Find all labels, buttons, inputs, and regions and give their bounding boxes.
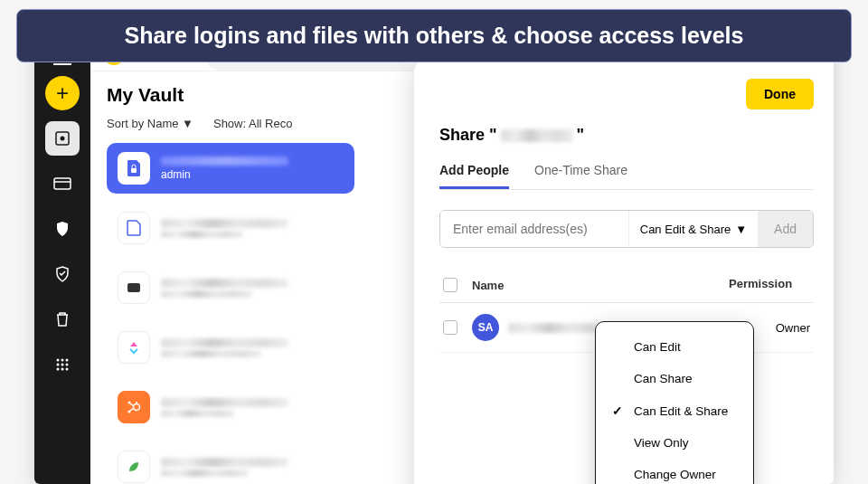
permissions-column-header: Permissions xyxy=(729,277,810,293)
record-item[interactable] xyxy=(107,322,354,373)
record-title-redacted xyxy=(161,458,288,467)
nav-vault[interactable] xyxy=(45,121,80,156)
sidebar: + xyxy=(34,38,90,484)
row-avatar: SA xyxy=(472,314,499,341)
record-subtitle: admin xyxy=(161,168,344,181)
vault-controls: Sort by Name ▼ Show: All Reco xyxy=(107,117,354,130)
share-panel: Done Share " " Add People One-Time Share… xyxy=(414,59,834,484)
add-people-row: Can Edit & Share ▼ Add xyxy=(439,210,814,248)
record-item[interactable] xyxy=(107,382,354,432)
svg-point-4 xyxy=(57,359,60,362)
svg-point-12 xyxy=(66,368,69,371)
svg-point-6 xyxy=(66,359,69,362)
svg-point-7 xyxy=(57,364,60,366)
record-subtitle-redacted xyxy=(161,470,249,477)
record-title-redacted xyxy=(161,219,288,228)
permission-dropdown: Can Edit Can Share ✓Can Edit & Share Vie… xyxy=(595,321,754,484)
svg-point-8 xyxy=(61,364,64,366)
record-item[interactable] xyxy=(107,262,354,313)
record-subtitle-redacted xyxy=(161,231,243,238)
tab-add-people[interactable]: Add People xyxy=(439,163,509,189)
svg-point-5 xyxy=(61,359,64,362)
record-title-redacted xyxy=(161,279,288,288)
svg-point-10 xyxy=(57,368,60,371)
record-subtitle-redacted xyxy=(161,290,252,298)
record-subtitle-redacted xyxy=(161,350,261,357)
add-button[interactable]: + xyxy=(45,76,80,110)
app-icon xyxy=(118,271,150,304)
file-lock-icon xyxy=(118,212,150,244)
share-tabs: Add People One-Time Share xyxy=(439,163,814,190)
permission-select[interactable]: Can Edit & Share ▼ xyxy=(628,211,758,247)
hubspot-icon xyxy=(118,391,150,423)
svg-rect-2 xyxy=(54,178,71,189)
record-title-redacted xyxy=(161,157,288,166)
tab-one-time-share[interactable]: One-Time Share xyxy=(534,163,627,189)
record-item[interactable] xyxy=(107,441,354,484)
record-subtitle-redacted xyxy=(161,410,234,417)
nav-apps[interactable] xyxy=(45,347,80,382)
done-button[interactable]: Done xyxy=(746,79,814,109)
dropdown-option-can-edit-share[interactable]: ✓Can Edit & Share xyxy=(596,394,753,427)
file-lock-icon xyxy=(118,152,150,185)
content-area: My Vault Sort by Name ▼ Show: All Reco a… xyxy=(90,71,834,484)
share-record-name-redacted xyxy=(501,129,573,142)
vault-title: My Vault xyxy=(107,84,354,106)
clickup-icon xyxy=(118,331,150,364)
row-checkbox[interactable] xyxy=(443,320,458,335)
shield-check-icon xyxy=(55,266,70,282)
card-icon xyxy=(53,177,71,190)
svg-point-9 xyxy=(66,364,69,366)
nav-security[interactable] xyxy=(45,212,80,246)
feature-banner: Share logins and files with others & cho… xyxy=(16,9,852,62)
nav-shield-check[interactable] xyxy=(45,257,80,291)
vault-icon xyxy=(54,130,71,147)
record-title-redacted xyxy=(161,398,288,407)
nav-trash[interactable] xyxy=(45,302,80,337)
select-all-checkbox[interactable] xyxy=(443,278,458,292)
nav-payments[interactable] xyxy=(45,166,80,201)
grid-icon xyxy=(55,357,70,372)
svg-rect-19 xyxy=(131,168,137,173)
record-title-redacted xyxy=(161,338,288,347)
share-title: Share " " xyxy=(439,126,814,145)
svg-point-11 xyxy=(61,368,64,371)
leaf-icon xyxy=(118,451,150,483)
record-item[interactable]: admin xyxy=(107,143,354,194)
main-area: KEEPER SA My Vault Sort by Name ▼ Show: … xyxy=(90,38,834,484)
trash-icon xyxy=(55,311,70,327)
name-column-header: Name xyxy=(472,279,729,292)
app-window: + KEEPER xyxy=(34,38,834,484)
sort-dropdown[interactable]: Sort by Name ▼ xyxy=(107,117,193,130)
dropdown-option-can-share[interactable]: Can Share xyxy=(596,363,753,394)
vault-panel: My Vault Sort by Name ▼ Show: All Reco a… xyxy=(90,71,371,484)
chevron-down-icon: ▼ xyxy=(735,223,747,236)
svg-point-20 xyxy=(134,404,140,411)
add-user-button[interactable]: Add xyxy=(758,211,813,247)
dropdown-option-change-owner[interactable]: Change Owner xyxy=(596,459,753,484)
share-table-header: Name Permissions xyxy=(439,268,814,303)
record-list: admin xyxy=(107,143,354,484)
svg-line-24 xyxy=(130,408,134,411)
dropdown-option-view-only[interactable]: View Only xyxy=(596,427,753,459)
record-item[interactable] xyxy=(107,203,354,253)
check-icon: ✓ xyxy=(612,403,625,418)
email-input[interactable] xyxy=(440,211,628,247)
svg-line-23 xyxy=(130,403,134,406)
show-dropdown[interactable]: Show: All Reco xyxy=(213,117,292,130)
svg-point-1 xyxy=(61,137,65,141)
shield-icon xyxy=(55,221,70,237)
dropdown-option-can-edit[interactable]: Can Edit xyxy=(596,331,753,363)
